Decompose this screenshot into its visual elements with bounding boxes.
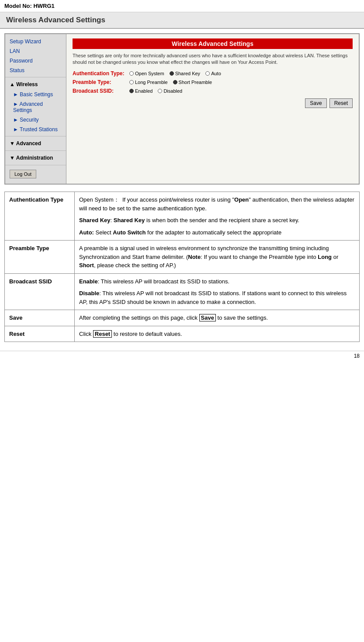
radio-long-preamble-label: Long Preamble: [135, 80, 168, 85]
auth-type-label: Authentication Type:: [73, 70, 129, 77]
radio-open-system-label: Open System: [135, 71, 164, 76]
sidebar-item-setup-wizard[interactable]: Setup Wizard: [5, 37, 66, 46]
auth-type-def-open: Open System： If your access point/wirele…: [79, 195, 355, 213]
auth-type-options: Open System Shared Key Auto: [129, 71, 221, 76]
sidebar-item-basic-settings[interactable]: ► Basic Settings: [5, 90, 66, 99]
preamble-type-def: A preamble is a signal used in wireless …: [79, 244, 355, 270]
broadcast-ssid-options: Enabled Disabled: [129, 88, 182, 94]
page-number: 18: [0, 351, 364, 361]
preamble-type-options: Long Preamble Short Preamble: [129, 80, 212, 85]
sidebar-item-security[interactable]: ► Security: [5, 115, 66, 125]
panel-description: These settings are only for more technic…: [73, 52, 353, 66]
radio-enabled-label: Enabled: [135, 88, 153, 94]
term-save: Save: [5, 310, 75, 326]
radio-auto-dot: [205, 71, 210, 76]
broadcast-ssid-label: Broadcast SSID:: [73, 88, 129, 94]
table-row: Preamble Type A preamble is a signal use…: [5, 241, 360, 274]
radio-disabled-label: Disabled: [163, 88, 182, 94]
logout-button[interactable]: Log Out: [10, 170, 36, 178]
reset-reference: Reset: [93, 330, 112, 338]
save-button[interactable]: Save: [305, 98, 326, 108]
sidebar-section-advanced[interactable]: ▼ Advanced: [5, 138, 66, 149]
sidebar-item-lan[interactable]: LAN: [5, 46, 66, 56]
broadcast-ssid-row: Broadcast SSID: Enabled Disabled: [73, 88, 353, 94]
auth-open-system[interactable]: Open System: [129, 71, 164, 76]
auth-type-def-shared: Shared Key: Shared Key is when both the …: [79, 216, 355, 225]
def-preamble-type: A preamble is a signal used in wireless …: [75, 241, 360, 274]
sidebar-item-password[interactable]: Password: [5, 56, 66, 66]
reset-button[interactable]: Reset: [329, 98, 353, 108]
sidebar-section-administration[interactable]: ▼ Administration: [5, 153, 66, 163]
radio-enabled-dot: [129, 89, 134, 93]
radio-short-preamble-dot: [173, 80, 177, 84]
sidebar-item-advanced-settings[interactable]: ► Advanced Settings: [5, 99, 66, 115]
description-table: Authentication Type Open System： If your…: [4, 192, 360, 342]
radio-open-system-dot: [129, 71, 134, 76]
def-broadcast-ssid: Enable: This wireless AP will broadcast …: [75, 273, 360, 310]
radio-shared-key-dot: [170, 71, 174, 76]
table-row: Broadcast SSID Enable: This wireless AP …: [5, 273, 360, 310]
auth-type-def-auto: Auto: Select Auto Switch for the adapter…: [79, 228, 355, 237]
radio-short-preamble-label: Short Preamble: [179, 80, 212, 85]
broadcast-enabled[interactable]: Enabled: [129, 88, 153, 94]
preamble-type-row: Preamble Type: Long Preamble Short Pream…: [73, 79, 353, 85]
def-save: After completing the settings on this pa…: [75, 310, 360, 326]
save-def: After completing the settings on this pa…: [79, 314, 355, 322]
broadcast-disabled[interactable]: Disabled: [158, 88, 182, 94]
section-title: Wireless Advanced Settings: [0, 12, 364, 29]
panel-title: Wireless Advanced Settings: [73, 38, 353, 49]
term-auth-type: Authentication Type: [5, 192, 75, 241]
table-row: Save After completing the settings on th…: [5, 310, 360, 326]
reset-def: Click Reset to restore to default values…: [79, 330, 355, 338]
radio-disabled-dot: [158, 89, 162, 93]
preamble-type-label: Preamble Type:: [73, 79, 129, 85]
broadcast-ssid-def-disable: Disable: This wireless AP will not broad…: [79, 289, 355, 306]
auth-shared-key[interactable]: Shared Key: [170, 71, 200, 76]
radio-shared-key-label: Shared Key: [175, 71, 200, 76]
def-auth-type: Open System： If your access point/wirele…: [75, 192, 360, 241]
table-row: Authentication Type Open System： If your…: [5, 192, 360, 241]
form-buttons: Save Reset: [73, 98, 353, 108]
auth-auto[interactable]: Auto: [205, 71, 221, 76]
preamble-short[interactable]: Short Preamble: [173, 80, 212, 85]
radio-long-preamble-dot: [129, 80, 134, 84]
router-sidebar: Setup Wizard LAN Password Status ▲ Wirel…: [5, 34, 66, 184]
preamble-long[interactable]: Long Preamble: [129, 80, 168, 85]
broadcast-ssid-def-enable: Enable: This wireless AP will broadcast …: [79, 277, 355, 286]
sidebar-section-wireless[interactable]: ▲ Wireless: [5, 79, 66, 90]
sidebar-item-trusted-stations[interactable]: ► Trusted Stations: [5, 125, 66, 134]
table-row: Reset Click Reset to restore to default …: [5, 326, 360, 342]
model-number: Model No: HWRG1: [0, 0, 364, 12]
def-reset: Click Reset to restore to default values…: [75, 326, 360, 342]
term-preamble-type: Preamble Type: [5, 241, 75, 274]
router-ui-panel: Setup Wizard LAN Password Status ▲ Wirel…: [4, 33, 360, 185]
term-broadcast-ssid: Broadcast SSID: [5, 273, 75, 310]
router-main-content: Wireless Advanced Settings These setting…: [66, 34, 359, 184]
auth-type-row: Authentication Type: Open System Shared …: [73, 70, 353, 77]
save-reference: Save: [199, 314, 216, 321]
sidebar-item-status[interactable]: Status: [5, 66, 66, 75]
term-reset: Reset: [5, 326, 75, 342]
radio-auto-label: Auto: [211, 71, 221, 76]
